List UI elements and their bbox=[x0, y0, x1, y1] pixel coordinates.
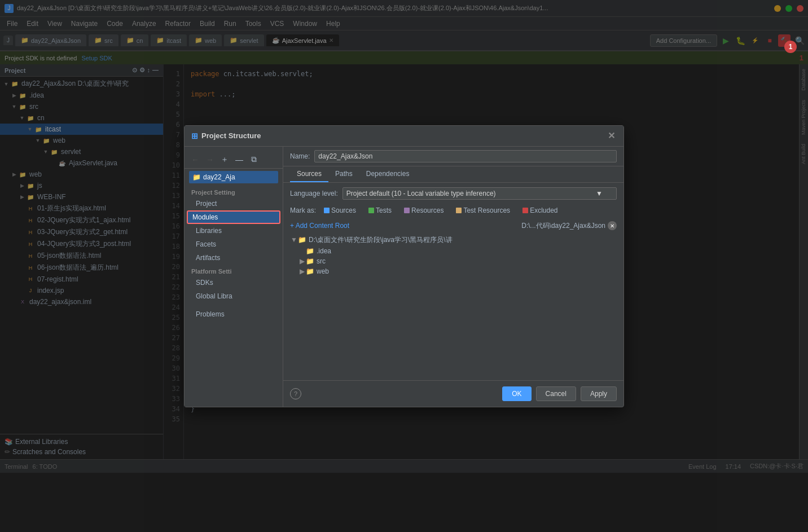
resources-label: Resources bbox=[411, 206, 443, 214]
nav-sdks[interactable]: SDKs bbox=[185, 276, 283, 289]
mark-sources-button[interactable]: Sources bbox=[319, 205, 361, 216]
content-root-path-row: D:\...代码\day22_Ajax&Json ✕ bbox=[521, 221, 617, 231]
tests-dot-icon bbox=[368, 208, 374, 213]
dialog-nav-toolbar: ← → ＋ — ⧉ bbox=[185, 151, 283, 169]
module-selected-item[interactable]: 📁 day22_Aja bbox=[189, 171, 278, 183]
dialog-overlay: ⊞ Project Structure ✕ ← → ＋ — ⧉ 📁 bbox=[0, 0, 808, 473]
nav-add-button[interactable]: ＋ bbox=[218, 153, 231, 166]
nav-remove-button[interactable]: — bbox=[233, 153, 245, 166]
tab-paths[interactable]: Paths bbox=[328, 166, 359, 182]
test-resources-dot-icon bbox=[456, 208, 462, 213]
mark-test-resources-button[interactable]: Test Resources bbox=[451, 205, 515, 216]
nav-back-button[interactable]: ← bbox=[189, 153, 201, 166]
mark-resources-button[interactable]: Resources bbox=[399, 205, 448, 216]
dialog-title: Project Structure bbox=[201, 131, 261, 140]
test-resources-label: Test Resources bbox=[463, 206, 510, 214]
mark-tests-button[interactable]: Tests bbox=[364, 205, 396, 216]
nav-artifacts[interactable]: Artifacts bbox=[185, 251, 283, 265]
ftree-root-label: D:\桌面文件\研究生阶段\java学习\黑马程序员\讲 bbox=[309, 235, 453, 245]
remove-content-root-button[interactable]: ✕ bbox=[608, 221, 617, 230]
platform-settings-section: Platform Setti bbox=[185, 265, 283, 276]
ftree-idea[interactable]: 📁 .idea bbox=[290, 246, 617, 256]
apply-button[interactable]: Apply bbox=[581, 386, 617, 401]
content-root-header: + Add Content Root D:\...代码\day22_Ajax&J… bbox=[290, 221, 617, 231]
nav-modules[interactable]: Modules bbox=[187, 210, 280, 224]
nav-copy-button[interactable]: ⧉ bbox=[248, 153, 260, 166]
dialog-body: ← → ＋ — ⧉ 📁 day22_Aja Project Setting Pr… bbox=[185, 147, 623, 407]
ftree-src-label: src bbox=[317, 257, 326, 265]
add-content-root-button[interactable]: + Add Content Root bbox=[290, 222, 349, 230]
ftree-root[interactable]: ▼ 📁 D:\桌面文件\研究生阶段\java学习\黑马程序员\讲 bbox=[290, 234, 617, 246]
module-name: day22_Aja bbox=[203, 173, 235, 181]
tab-sources[interactable]: Sources bbox=[290, 166, 328, 182]
dialog-main-content: Language level: Project default (10 - Lo… bbox=[283, 183, 623, 380]
dialog-title-bar: ⊞ Project Structure ✕ bbox=[185, 126, 623, 147]
dialog-nav: ← → ＋ — ⧉ 📁 day22_Aja Project Setting Pr… bbox=[185, 147, 283, 407]
cancel-button[interactable]: Cancel bbox=[536, 386, 576, 401]
nav-facets[interactable]: Facets bbox=[185, 238, 283, 251]
sources-dot-icon bbox=[324, 208, 330, 213]
ftree-web[interactable]: ▶ 📁 web bbox=[290, 266, 617, 276]
nav-libraries[interactable]: Libraries bbox=[185, 224, 283, 238]
dialog-tabs: Sources Paths Dependencies bbox=[283, 166, 623, 183]
language-level-arrow-icon: ▼ bbox=[596, 190, 603, 197]
language-level-label: Language level: bbox=[290, 190, 338, 197]
ftree-src[interactable]: ▶ 📁 src bbox=[290, 256, 617, 266]
resources-dot-icon bbox=[404, 208, 410, 213]
nav-project[interactable]: Project bbox=[185, 197, 283, 210]
tab-dependencies[interactable]: Dependencies bbox=[359, 166, 416, 182]
dialog-content: Name: Sources Paths Dependencies Languag… bbox=[283, 147, 623, 407]
mark-excluded-button[interactable]: Excluded bbox=[518, 205, 562, 216]
sources-label: Sources bbox=[331, 206, 356, 214]
dialog-name-row: Name: bbox=[283, 147, 623, 166]
mark-as-label: Mark as: bbox=[290, 206, 316, 214]
ftree-idea-label: .idea bbox=[317, 247, 331, 255]
excluded-dot-icon bbox=[522, 208, 528, 213]
dialog-close-button[interactable]: ✕ bbox=[605, 130, 617, 142]
language-level-row: Language level: Project default (10 - Lo… bbox=[290, 187, 617, 200]
excluded-label: Excluded bbox=[530, 206, 557, 214]
project-settings-section: Project Setting bbox=[185, 186, 283, 197]
ok-button[interactable]: OK bbox=[502, 386, 531, 401]
project-structure-dialog: ⊞ Project Structure ✕ ← → ＋ — ⧉ 📁 bbox=[184, 125, 624, 407]
name-label: Name: bbox=[290, 152, 310, 160]
nav-global-libs[interactable]: Global Libra bbox=[185, 289, 283, 303]
language-level-value: Project default (10 - Local variable typ… bbox=[346, 190, 496, 197]
tests-label: Tests bbox=[376, 206, 392, 214]
ftree-web-label: web bbox=[317, 267, 329, 275]
dialog-footer: ? OK Cancel Apply bbox=[283, 380, 623, 407]
nav-forward-button[interactable]: → bbox=[204, 153, 216, 166]
language-level-dropdown[interactable]: Project default (10 - Local variable typ… bbox=[342, 187, 617, 200]
nav-problems[interactable]: Problems bbox=[185, 307, 283, 321]
help-button[interactable]: ? bbox=[290, 388, 301, 399]
mark-as-row: Mark as: Sources Tests Resources bbox=[290, 205, 617, 216]
name-input[interactable] bbox=[314, 150, 617, 162]
folder-tree: ▼ 📁 D:\桌面文件\研究生阶段\java学习\黑马程序员\讲 📁 .idea… bbox=[290, 234, 617, 276]
content-root-path-text: D:\...代码\day22_Ajax&Json bbox=[521, 221, 605, 231]
